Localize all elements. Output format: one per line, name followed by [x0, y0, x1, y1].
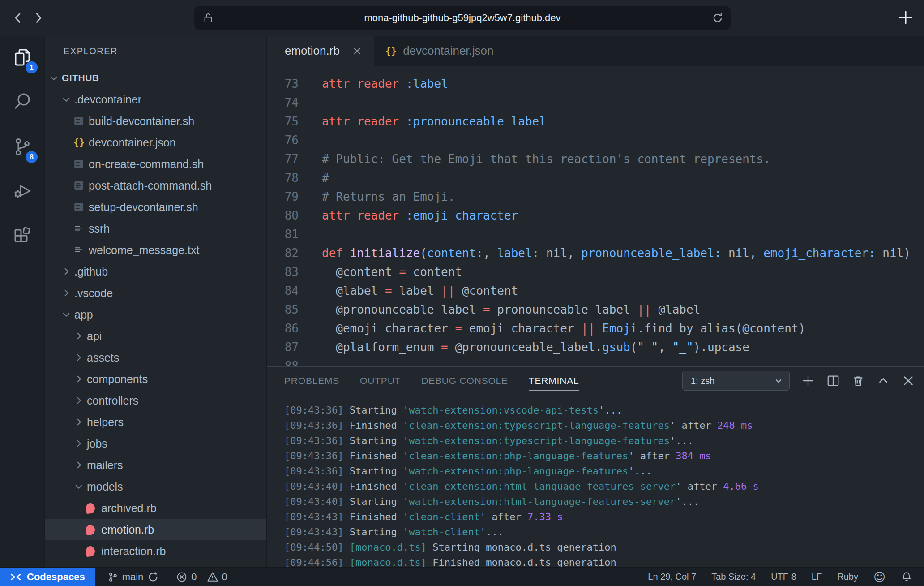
code-line-87[interactable]: 87 @platform_enum = @pronounceable_label…: [267, 338, 924, 357]
run-debug-icon: [12, 180, 33, 202]
terminal-shell-select[interactable]: 1: zsh: [682, 371, 790, 391]
error-count: 0: [191, 571, 197, 583]
tree-item-ssrh[interactable]: ssrh: [45, 218, 267, 239]
activity-explorer-button[interactable]: 1: [0, 39, 45, 76]
branch-indicator[interactable]: main: [107, 571, 159, 583]
terminal-line: [09:43:43] Finished 'clean-client' after…: [284, 509, 924, 525]
language-mode-indicator[interactable]: Ruby: [837, 572, 858, 582]
tree-item-api[interactable]: api: [45, 325, 267, 347]
browser-forward-button[interactable]: [29, 8, 48, 28]
code-text: [299, 131, 322, 150]
browser-toolbar: mona-github-github-g59jpq2w5w7.github.de…: [0, 0, 924, 36]
code-line-85[interactable]: 85 @pronounceable_label = pronounceable_…: [267, 300, 924, 319]
panel-tab-debug-console[interactable]: DEBUG CONSOLE: [421, 367, 508, 395]
tree-item-welcome-message-txt[interactable]: welcome_message.txt: [45, 239, 267, 261]
code-line-73[interactable]: 73attr_reader :label: [267, 74, 924, 93]
code-line-77[interactable]: 77# Public: Get the Emoji that this reac…: [267, 150, 924, 168]
panel-tab-terminal[interactable]: TERMINAL: [529, 367, 579, 395]
activity-source-control-button[interactable]: 8: [0, 128, 45, 166]
terminal-line: [09:44:50] [monaco.d.ts] Starting monaco…: [284, 540, 924, 555]
notifications-bell-icon[interactable]: [901, 571, 912, 583]
refresh-icon[interactable]: [712, 12, 723, 24]
line-number: 81: [267, 225, 299, 244]
tree-item-models[interactable]: models: [45, 476, 267, 497]
code-line-88[interactable]: 88: [267, 357, 924, 366]
feedback-smiley-icon[interactable]: ☺: [873, 571, 886, 583]
tree-item-controllers[interactable]: controllers: [45, 390, 267, 411]
tab-emotion-rb[interactable]: emotion.rb: [267, 36, 374, 66]
close-icon[interactable]: [352, 46, 362, 56]
code-text: @emoji_character = emoji_character || Em…: [299, 319, 805, 338]
activity-run-debug-button[interactable]: [0, 172, 45, 210]
problems-indicator[interactable]: 0 0: [176, 571, 227, 583]
line-number: 73: [267, 74, 299, 93]
close-panel-icon[interactable]: [902, 374, 915, 388]
tree-item-setup-devcontainer-sh[interactable]: setup-devcontainer.sh: [45, 196, 267, 218]
code-line-84[interactable]: 84 @label = label || @content: [267, 281, 924, 300]
new-tab-button[interactable]: [897, 9, 914, 26]
tree-item-archived-rb[interactable]: archived.rb: [45, 497, 267, 519]
code-text: def initialize(content:, label: nil, pro…: [299, 244, 911, 263]
code-text: [299, 93, 322, 112]
lock-icon: [202, 12, 214, 24]
code-line-76[interactable]: 76: [267, 131, 924, 150]
code-line-80[interactable]: 80attr_reader :emoji_character: [267, 206, 924, 225]
maximize-panel-chevron-up-icon[interactable]: [877, 374, 890, 388]
terminal-output[interactable]: [09:43:36] Starting 'watch-extension:vsc…: [267, 395, 924, 567]
cursor-position[interactable]: Ln 29, Col 7: [648, 572, 696, 582]
browser-back-button[interactable]: [8, 8, 28, 28]
tree-item-label: assets: [87, 351, 119, 364]
terminal-line: [09:43:36] Starting 'watch-extension:php…: [284, 464, 924, 479]
tree-item-on-create-command-sh[interactable]: on-create-command.sh: [45, 153, 267, 175]
tree-item-emotion-rb[interactable]: emotion.rb: [45, 519, 267, 540]
tree-item-devcontainer-json[interactable]: {}devcontainer.json: [45, 132, 267, 153]
tree-item-jobs[interactable]: jobs: [45, 433, 267, 454]
tree-item-app[interactable]: app: [45, 304, 267, 325]
tree-item-github[interactable]: GITHUB: [45, 67, 267, 89]
tab-size-indicator[interactable]: Tab Size: 4: [711, 572, 756, 582]
code-line-78[interactable]: 78#: [267, 168, 924, 187]
tree-item--github[interactable]: .github: [45, 261, 267, 282]
tree-item-build-devcontainer-sh[interactable]: build-devcontainer.sh: [45, 110, 267, 132]
tree-item-mailers[interactable]: mailers: [45, 454, 267, 476]
tree-item-post-attach-command-sh[interactable]: post-attach-command.sh: [45, 175, 267, 196]
tree-item-assets[interactable]: assets: [45, 347, 267, 368]
tree-item-label: api: [87, 330, 102, 343]
activity-extensions-button[interactable]: [0, 217, 45, 254]
plus-icon: [897, 9, 914, 26]
code-editor[interactable]: 73attr_reader :label7475attr_reader :pro…: [267, 66, 924, 366]
codespaces-label: Codespaces: [27, 571, 85, 583]
line-number: 78: [267, 168, 299, 187]
split-terminal-icon[interactable]: [826, 374, 840, 388]
search-icon: [12, 90, 33, 112]
kill-terminal-trash-icon[interactable]: [851, 374, 865, 388]
code-line-83[interactable]: 83 @content = content: [267, 263, 924, 281]
tab-devcontainer-json[interactable]: {} devcontainer.json: [374, 36, 505, 66]
extensions-icon: [12, 225, 33, 246]
code-line-81[interactable]: 81: [267, 225, 924, 244]
activity-search-button[interactable]: [0, 82, 45, 120]
tree-item--vscode[interactable]: .vscode: [45, 282, 267, 304]
line-number: 76: [267, 131, 299, 150]
tree-item-helpers[interactable]: helpers: [45, 411, 267, 433]
code-line-79[interactable]: 79# Returns an Emoji.: [267, 187, 924, 206]
tree-item-label: on-create-command.sh: [89, 158, 204, 171]
new-terminal-icon[interactable]: [801, 374, 815, 388]
codespaces-remote-indicator[interactable]: Codespaces: [0, 568, 95, 586]
tree-item-interaction-rb[interactable]: interaction.rb: [45, 540, 267, 562]
ruby-icon: [86, 546, 95, 556]
eol-indicator[interactable]: LF: [812, 572, 822, 582]
code-line-75[interactable]: 75attr_reader :pronounceable_label: [267, 112, 924, 131]
encoding-indicator[interactable]: UTF-8: [771, 572, 796, 582]
tree-item--devcontainer[interactable]: .devcontainer: [45, 89, 267, 110]
line-number: 74: [267, 93, 299, 112]
code-line-74[interactable]: 74: [267, 93, 924, 112]
tree-item-label: .vscode: [74, 287, 113, 300]
panel-tab-output[interactable]: OUTPUT: [360, 367, 401, 395]
tree-item-components[interactable]: components: [45, 368, 267, 390]
code-line-82[interactable]: 82def initialize(content:, label: nil, p…: [267, 244, 924, 263]
code-line-86[interactable]: 86 @emoji_character = emoji_character ||…: [267, 319, 924, 338]
code-text: @content = content: [299, 263, 462, 281]
address-bar[interactable]: mona-github-github-g59jpq2w5w7.github.de…: [194, 6, 731, 30]
panel-tab-problems[interactable]: PROBLEMS: [284, 367, 339, 395]
